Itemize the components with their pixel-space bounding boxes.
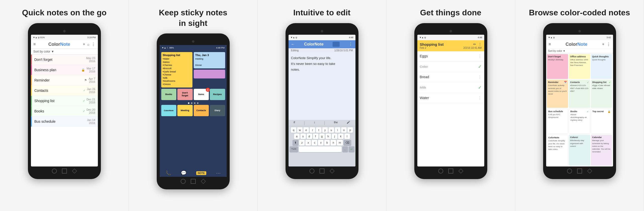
- recents-button[interactable]: [72, 168, 77, 174]
- suggest-if[interactable]: if: [294, 121, 295, 125]
- apps-icon[interactable]: ⋯: [216, 170, 221, 176]
- card-top-secret[interactable]: Top secret 🔒: [591, 109, 612, 134]
- recents-button[interactable]: [458, 168, 463, 174]
- sticky-purple-note[interactable]: [194, 70, 225, 78]
- key-shift[interactable]: ⬆: [293, 140, 298, 146]
- back-arrow-icon[interactable]: ←: [291, 42, 295, 47]
- key-o[interactable]: o: [341, 127, 347, 133]
- sticky-contacts[interactable]: Contacts: [194, 105, 209, 116]
- sticky-shopping[interactable]: Shopping list •Water•Melon•Cherries•Broc…: [161, 52, 193, 87]
- menu-icon-1[interactable]: ≡: [33, 42, 36, 47]
- key-d[interactable]: d: [307, 134, 312, 139]
- home-button[interactable]: [191, 179, 196, 184]
- key-x[interactable]: x: [305, 140, 311, 146]
- key-l[interactable]: l: [344, 134, 350, 139]
- note-item-bus[interactable]: Bus schedule Jan 142016: [31, 116, 98, 127]
- card-calendar[interactable]: Calendar Manage your schedule by taking …: [591, 135, 612, 165]
- back-button[interactable]: [309, 168, 314, 174]
- key-v[interactable]: v: [318, 140, 324, 146]
- key-space[interactable]: [299, 146, 342, 152]
- key-w[interactable]: w: [297, 127, 303, 133]
- sticky-items[interactable]: Items 2: [194, 89, 209, 100]
- sticky-diary[interactable]: Diary: [210, 105, 225, 116]
- card-contacts[interactable]: Contacts ✓ •Edward 415-123-4567 •Todd 80…: [569, 80, 590, 108]
- card-colors[interactable]: Colors! Effortlessly stay organized with…: [569, 135, 590, 165]
- key-h[interactable]: h: [326, 134, 331, 139]
- note-item-contacts[interactable]: Contacts ✓ Jan 262016: [31, 86, 98, 96]
- card-reminder[interactable]: Reminder 📅 ColorNote actively reminds yo…: [547, 80, 568, 108]
- card-dont-forget[interactable]: Don't forget Meddy's Birthday: [547, 54, 568, 79]
- key-y[interactable]: y: [322, 127, 328, 133]
- card-colornote[interactable]: ColorNote ColorNote Simplify your life. …: [547, 135, 568, 165]
- sticky-meeting[interactable]: Meeting: [177, 105, 193, 116]
- note-item-reminder[interactable]: Reminder ⚑ Apr 72016: [31, 75, 98, 86]
- key-enter[interactable]: ↵: [349, 146, 354, 152]
- suggest-the[interactable]: the: [334, 121, 338, 125]
- sort-bar-1[interactable]: Sort by color ▼: [31, 49, 98, 55]
- todo-bread[interactable]: Bread ⋮: [417, 72, 484, 82]
- key-u[interactable]: u: [329, 127, 334, 133]
- note-item-business-plan[interactable]: Business plan 🔒 Mar 172016: [31, 65, 98, 75]
- sticky-calendar[interactable]: Thu, Jan 3 meetingDinner: [194, 52, 225, 68]
- todo-coke[interactable]: Coke ✓: [417, 61, 484, 72]
- recents-button[interactable]: [587, 168, 592, 174]
- dots-icon[interactable]: ⋮: [478, 75, 482, 79]
- todo-milk[interactable]: Milk ✓: [417, 82, 484, 93]
- sticky-recipes[interactable]: Recipes: [210, 89, 225, 100]
- recents-button[interactable]: [201, 179, 206, 184]
- key-t[interactable]: t: [316, 127, 321, 133]
- card-office[interactable]: Office address Office address 1000 Van N…: [569, 54, 590, 79]
- key-c[interactable]: c: [312, 140, 317, 146]
- key-i[interactable]: i: [335, 127, 340, 133]
- mic-icon[interactable]: 🎤: [347, 121, 350, 125]
- more-icon-5[interactable]: ⋮: [607, 42, 611, 47]
- back-button[interactable]: [438, 168, 443, 174]
- note-item-dont-forget[interactable]: Don't forget May 232016: [31, 55, 98, 65]
- message-icon[interactable]: 💬: [181, 170, 186, 176]
- more-icon-1[interactable]: ⋮: [91, 42, 95, 47]
- edit-area[interactable]: ColorNote Simplify your life.It's never …: [289, 53, 355, 120]
- home-button[interactable]: [319, 168, 325, 174]
- key-n[interactable]: n: [331, 140, 336, 146]
- edit-icon-4[interactable]: ✏: [473, 42, 476, 46]
- search-icon-1[interactable]: ⌕: [87, 42, 89, 46]
- more-icon-3[interactable]: ⋮: [349, 42, 353, 47]
- todo-eggs[interactable]: Eggs ⋮: [417, 51, 484, 61]
- phone-icon[interactable]: 📞: [166, 170, 171, 176]
- recents-button[interactable]: [330, 168, 335, 174]
- key-e[interactable]: e: [303, 127, 309, 133]
- key-q[interactable]: q: [291, 127, 296, 133]
- dots-icon[interactable]: ⋮: [478, 54, 482, 59]
- key-a[interactable]: a: [294, 134, 300, 139]
- key-s[interactable]: s: [300, 134, 306, 139]
- key-m[interactable]: m: [337, 140, 343, 146]
- key-j[interactable]: j: [332, 134, 337, 139]
- note-icon[interactable]: NOTE: [196, 171, 206, 175]
- key-backspace[interactable]: ⌫: [344, 140, 351, 146]
- todo-water[interactable]: Water ⋮: [417, 93, 484, 103]
- sticky-books[interactable]: Books: [161, 89, 177, 100]
- home-button[interactable]: [448, 168, 453, 174]
- back-button[interactable]: [567, 168, 572, 174]
- home-button[interactable]: [577, 168, 582, 174]
- note-item-books[interactable]: Books ✓ Dec 202018: [31, 106, 98, 116]
- add-icon-1[interactable]: +: [83, 42, 85, 47]
- dots-icon[interactable]: ⋮: [478, 96, 482, 100]
- back-button[interactable]: [181, 179, 186, 184]
- sticky-colornote[interactable]: ColorNote: [161, 105, 177, 116]
- sticky-dont-forget[interactable]: Don't forget: [177, 89, 193, 100]
- key-123[interactable]: ?123: [290, 146, 298, 152]
- card-bus-schedule[interactable]: Bus schedule 5:45 pm NYC Greyhound: [547, 109, 568, 134]
- key-g[interactable]: g: [319, 134, 325, 139]
- key-b[interactable]: b: [324, 140, 330, 146]
- key-p[interactable]: p: [347, 127, 353, 133]
- add-icon-5[interactable]: +: [602, 42, 604, 47]
- more-icon-4[interactable]: ⋮: [478, 42, 482, 46]
- key-z[interactable]: z: [299, 140, 305, 146]
- suggest-dot[interactable]: ↕: [314, 121, 315, 125]
- back-button[interactable]: [52, 168, 57, 174]
- key-r[interactable]: r: [310, 127, 315, 133]
- sort-bar-5[interactable]: Sort by color ▼: [546, 49, 613, 53]
- card-quick-thoughts[interactable]: Quick thoughts Quick thoughts: [591, 54, 612, 79]
- color-box[interactable]: [333, 42, 340, 47]
